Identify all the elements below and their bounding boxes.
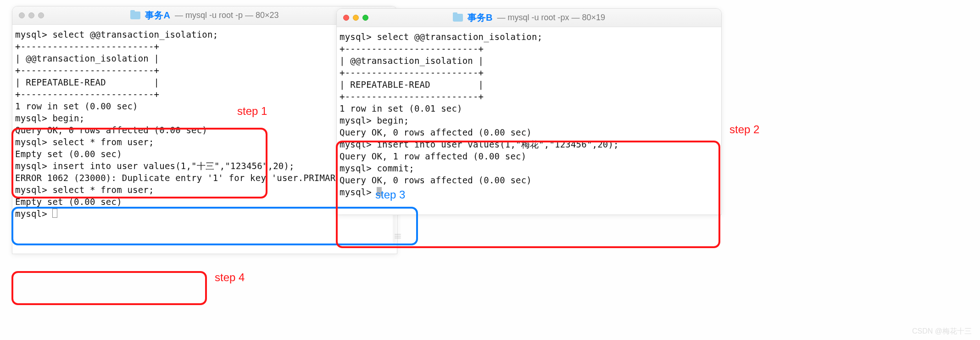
step2-label: step 2 [729,123,759,136]
cursor-icon [52,209,57,218]
terminal-window-b: 事务B — mysql -u root -px — 80×19 mysql> s… [336,8,722,215]
terminal-line: mysql> [340,186,718,198]
maximize-icon[interactable] [38,12,44,18]
terminal-line: +-------------------------+ [340,43,718,55]
terminal-line: +-------------------------+ [340,67,718,79]
terminal-line: | @@transaction_isolation | [340,55,718,67]
folder-icon [130,11,140,19]
transaction-label-a: 事务A [145,9,170,22]
minimize-icon[interactable] [28,12,34,18]
annotation-step4-box [11,271,207,305]
watermark: CSDN @梅花十三 [912,327,972,336]
step4-label: step 4 [215,271,245,284]
resize-grip-icon[interactable] [394,227,402,245]
close-icon[interactable] [343,15,349,21]
folder-icon [453,14,463,22]
terminal-line: mysql> begin; [340,114,718,126]
terminal-line: | REPEATABLE-READ | [340,79,718,91]
title-suffix-b: — mysql -u root -px — 80×19 [497,13,605,23]
cursor-icon [377,187,382,196]
terminal-line: +-------------------------+ [340,91,718,102]
terminal-line: 1 row in set (0.01 sec) [340,102,718,114]
terminal-line: Query OK, 0 rows affected (0.00 sec) [340,126,718,138]
window-title-b: 事务B — mysql -u root -px — 80×19 [337,11,721,24]
terminal-line: mysql> select @@transaction_isolation; [340,31,718,43]
traffic-lights-a [19,12,44,18]
close-icon[interactable] [19,12,25,18]
terminal-body-b[interactable]: mysql> select @@transaction_isolation;+-… [337,27,721,202]
transaction-label-b: 事务B [468,11,492,24]
terminal-line: mysql> commit; [340,162,718,174]
traffic-lights-b [343,15,368,21]
maximize-icon[interactable] [362,15,368,21]
title-suffix-a: — mysql -u root -p — 80×23 [175,11,279,20]
terminal-line: mysql> insert into user values(1,"梅花","1… [340,138,718,150]
minimize-icon[interactable] [353,15,359,21]
terminal-line: Query OK, 1 row affected (0.00 sec) [340,150,718,162]
terminal-line: Query OK, 0 rows affected (0.00 sec) [340,174,718,186]
title-bar-b[interactable]: 事务B — mysql -u root -px — 80×19 [337,9,721,27]
